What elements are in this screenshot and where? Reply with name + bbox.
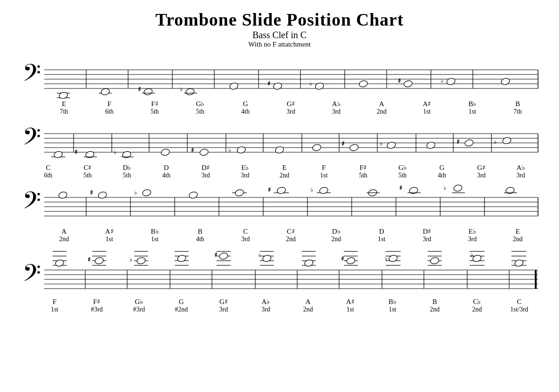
svg-point-173 [262, 255, 272, 263]
svg-text:♭: ♭ [309, 80, 312, 87]
staff-container-2: 𝄢 ♯ [19, 121, 540, 162]
svg-text:♭: ♭ [134, 189, 137, 196]
svg-text:♭: ♭ [258, 251, 261, 258]
staff-svg-2: 𝄢 ♯ [19, 121, 540, 162]
note-label: A 2nd [41, 227, 87, 243]
note-label: A♯ 1st [404, 100, 450, 116]
svg-text:♯: ♯ [399, 184, 402, 191]
svg-point-108 [277, 186, 286, 194]
svg-point-100 [98, 191, 108, 199]
svg-point-161 [177, 255, 187, 263]
staff-container-4: 𝄢 ♯ [19, 248, 540, 297]
svg-point-201 [472, 255, 482, 263]
note-label: G♭ 5th [177, 100, 223, 116]
note-labels-row-1: E 7th F 6th F♯ 5th G♭ 5th G 4th G♯ 3rd [19, 100, 540, 116]
svg-point-73 [349, 143, 359, 151]
svg-text:♯: ♯ [341, 140, 344, 147]
svg-point-115 [409, 186, 419, 194]
note-label: A♭ 3rd [501, 163, 541, 180]
svg-text:♭: ♭ [310, 186, 313, 193]
note-label: F 1st [34, 297, 76, 314]
svg-point-71 [312, 143, 322, 151]
note-label: G♯ 3rd [268, 100, 314, 116]
svg-point-36 [446, 77, 456, 85]
svg-text:♯: ♯ [457, 138, 459, 145]
svg-point-63 [122, 150, 132, 158]
svg-text:𝄢: 𝄢 [22, 188, 41, 219]
svg-point-80 [502, 136, 512, 144]
svg-point-78 [464, 139, 474, 147]
svg-point-70 [275, 146, 285, 154]
note-label: D♭ 2nd [314, 227, 359, 243]
staff-row-1: 𝄢 [19, 57, 540, 116]
note-label: C♭ 2nd [456, 297, 498, 314]
note-label: C 6th [28, 163, 68, 180]
svg-point-58 [54, 150, 63, 158]
note-label: G♯ 3rd [202, 297, 245, 314]
note-label: F♯ 5th [132, 100, 177, 116]
note-labels-row-4: F 1st F♯ #3rd G♭ #3rd G #2nd G♯ 3rd A♭ 3… [19, 297, 540, 314]
svg-point-69 [237, 146, 246, 154]
svg-point-167 [219, 252, 229, 260]
svg-text:♭: ♭ [180, 86, 183, 93]
svg-text:♯: ♯ [75, 149, 77, 155]
note-label: E 2nd [495, 227, 540, 243]
note-label: E 7th [41, 100, 87, 116]
svg-point-76 [426, 141, 436, 149]
svg-point-118 [453, 184, 463, 192]
note-label: G♭ #3rd [118, 297, 160, 314]
note-label: B♭ 1st [450, 100, 495, 116]
svg-text:♯: ♯ [214, 251, 217, 258]
note-label: D 4th [147, 163, 186, 180]
staff-row-3: 𝄢 ♯ ♭ [19, 184, 540, 243]
note-labels-row-3: A 2nd A♯ 1st B♭ 1st B 4th C 3rd C♯ 2nd [19, 227, 540, 243]
svg-text:♯: ♯ [90, 189, 93, 196]
svg-text:♭: ♭ [114, 149, 116, 155]
note-label: E 2nd [265, 163, 304, 180]
svg-text:♯: ♯ [88, 256, 90, 263]
svg-text:♯: ♯ [267, 80, 270, 87]
staff-svg-3: 𝄢 ♯ ♭ [19, 184, 540, 226]
note-label: A♯ 1st [87, 227, 132, 243]
page: Trombone Slide Position Chart Bass Clef … [0, 0, 559, 392]
svg-point-102 [142, 189, 152, 196]
svg-point-111 [319, 186, 329, 194]
svg-text:♭: ♭ [470, 251, 473, 258]
svg-text:♭: ♭ [228, 147, 231, 154]
note-labels-row-2: C 6th C♯ 5th D♭ 5th D 4th D♯ 3rd E♭ 3rd [19, 163, 540, 180]
svg-point-206 [514, 259, 524, 267]
staff-svg-1: 𝄢 [19, 57, 540, 99]
note-label: F 1st [304, 163, 344, 180]
svg-text:♯: ♯ [191, 147, 194, 154]
svg-point-178 [304, 259, 314, 267]
svg-point-32 [359, 80, 368, 88]
note-label: G♯ 3rd [462, 163, 501, 180]
note-label: C♯ 5th [68, 163, 108, 180]
note-label: G 4th [223, 100, 268, 116]
svg-text:♯: ♯ [341, 255, 344, 262]
svg-point-27 [229, 82, 239, 90]
bass-clef-1: 𝄢 [22, 60, 41, 92]
note-label: F 6th [87, 100, 132, 116]
note-label: G 4th [422, 163, 462, 180]
note-label: E♭ 3rd [450, 227, 495, 243]
svg-point-105 [235, 189, 245, 196]
staff-row-4: 𝄢 ♯ [19, 248, 540, 314]
main-title: Trombone Slide Position Chart [19, 9, 540, 30]
note-label: B 2nd [414, 297, 456, 314]
svg-text:♭: ♭ [443, 184, 446, 191]
note-label: C♯ 2nd [268, 227, 314, 243]
staff-container-3: 𝄢 ♯ ♭ [19, 184, 540, 226]
svg-point-20 [101, 88, 110, 95]
note-label: A 2nd [359, 100, 404, 116]
svg-text:♭: ♭ [130, 256, 132, 263]
svg-text:♭: ♭ [441, 77, 443, 84]
note-label: B♭ 1st [371, 297, 414, 314]
subtitle: Bass Clef in C [19, 30, 540, 41]
svg-point-37 [501, 77, 511, 85]
svg-text:♭: ♭ [494, 138, 497, 145]
svg-point-195 [430, 257, 440, 265]
note-label: D 1st [359, 227, 404, 243]
note-label: B 7th [495, 100, 540, 116]
svg-point-144 [55, 259, 65, 267]
